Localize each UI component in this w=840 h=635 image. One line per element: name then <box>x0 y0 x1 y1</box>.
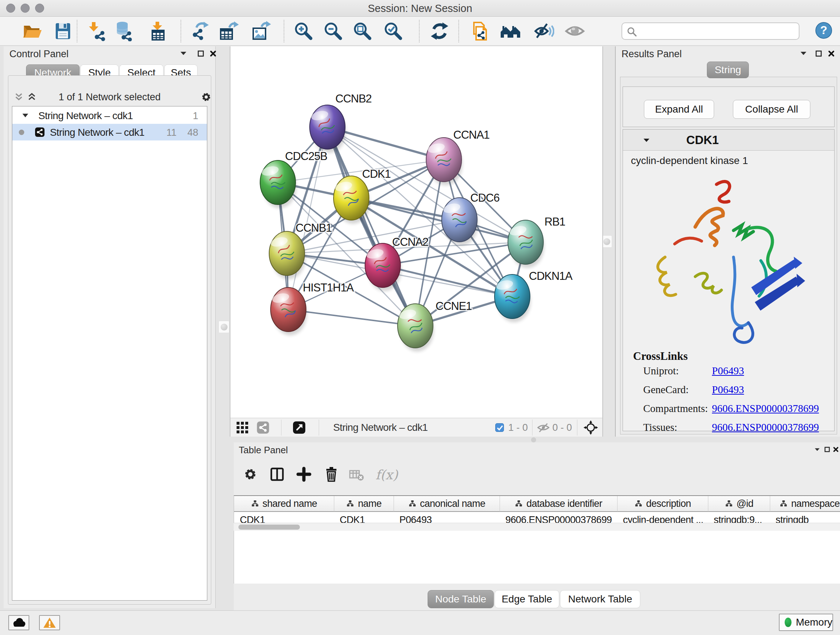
table-horizontal-scrollbar[interactable] <box>234 523 840 531</box>
svg-text:?: ? <box>820 24 827 36</box>
column-header-label: @id <box>737 498 753 509</box>
network-node-cdc6[interactable]: CDC6 <box>442 192 499 245</box>
network-node-ccnb2[interactable]: CCNB2 <box>309 92 371 153</box>
crosslinks-title: CrossLinks <box>633 350 688 363</box>
crosslink-label: Tissues: <box>643 421 677 433</box>
import-table-icon[interactable] <box>148 21 168 41</box>
export-table-icon[interactable] <box>218 21 239 41</box>
tab-edge-table[interactable]: Edge Table <box>494 590 559 608</box>
gene-section-header[interactable]: CDK1 <box>623 130 834 150</box>
column-header-description[interactable]: description <box>617 496 708 512</box>
network-node-hist1h1a[interactable]: HIST1H1A <box>271 281 354 335</box>
tab-network-table[interactable]: Network Table <box>560 590 640 608</box>
column-header-sharedname[interactable]: shared name <box>234 496 334 512</box>
network-node-rb1[interactable]: RB1 <box>508 215 565 268</box>
cloud-icon[interactable] <box>8 615 29 630</box>
crosslink-link[interactable]: P06493 <box>712 384 744 396</box>
column-header-id[interactable]: @id <box>708 496 770 512</box>
column-header-canonicalname[interactable]: canonical name <box>393 496 500 512</box>
open-session-icon[interactable] <box>22 21 42 41</box>
zoom-out-icon[interactable] <box>323 21 343 41</box>
crosslink-link[interactable]: P06493 <box>712 365 744 377</box>
panel-menu-icon[interactable] <box>814 447 821 452</box>
column-header-label: description <box>646 498 691 509</box>
main-toolbar: ? <box>0 17 840 46</box>
crosslink-link[interactable]: 9606.ENSP00000378699 <box>712 402 819 415</box>
network-edge[interactable] <box>288 310 415 326</box>
zoom-fit-icon[interactable] <box>352 21 373 41</box>
scrollbar-thumb[interactable] <box>238 524 300 530</box>
table-panel-header: Table Panel <box>234 442 840 457</box>
show-columns-icon[interactable] <box>269 466 286 484</box>
node-label: CDC6 <box>470 192 499 204</box>
bottom-splitter-handle[interactable] <box>531 437 536 442</box>
detach-view-icon[interactable] <box>293 421 306 434</box>
show-all-icon[interactable] <box>565 21 585 41</box>
node-label: CCNB2 <box>335 92 371 105</box>
memory-status-icon <box>785 618 791 627</box>
panel-close-icon[interactable] <box>828 50 835 57</box>
gene-section: CDK1 cyclin-dependent kinase 1 <box>622 129 835 431</box>
hide-selected-icon[interactable] <box>534 21 554 41</box>
node-label: RB1 <box>545 215 565 228</box>
network-node-ccne1[interactable]: CCNE1 <box>398 300 472 352</box>
string-view-icon[interactable] <box>256 421 270 434</box>
first-neighbors-icon[interactable] <box>500 21 521 41</box>
panel-close-icon[interactable] <box>210 50 217 57</box>
zoom-selected-icon[interactable] <box>383 21 403 41</box>
crosslink-row: Compartments: 9606.ENSP00000378699 <box>643 402 828 417</box>
search-input[interactable] <box>641 25 796 37</box>
table-settings-gear-icon[interactable] <box>242 466 260 484</box>
help-icon[interactable]: ? <box>815 22 832 39</box>
network-view-footer: String Network – cdk1 1 - 0 0 - 0 <box>231 418 602 437</box>
string-app-icon <box>35 127 45 137</box>
add-column-icon[interactable] <box>296 466 313 484</box>
column-header-databaseidentifier[interactable]: database identifier <box>500 496 617 512</box>
crosslink-link[interactable]: 9606.ENSP00000378699 <box>712 421 819 433</box>
import-network-icon[interactable] <box>87 21 107 41</box>
panel-float-icon[interactable] <box>815 50 822 57</box>
birdseye-icon[interactable] <box>584 420 598 435</box>
network-row-selected[interactable]: String Network – cdk1 11 48 <box>12 124 207 141</box>
panel-float-icon[interactable] <box>824 447 830 453</box>
import-database-icon[interactable] <box>114 21 134 41</box>
grid-view-icon[interactable] <box>236 421 248 434</box>
panel-menu-icon[interactable] <box>799 50 807 57</box>
section-collapse-icon[interactable] <box>643 137 651 143</box>
warning-icon[interactable] <box>39 615 60 630</box>
network-node-ccna1[interactable]: CCNA1 <box>426 128 489 185</box>
selected-nodes-checkbox[interactable] <box>495 423 504 432</box>
delete-column-trash-icon[interactable] <box>324 466 341 484</box>
network-options-gear-icon[interactable] <box>200 91 212 103</box>
panel-menu-icon[interactable] <box>180 50 187 57</box>
node-label: CCNE1 <box>436 300 472 312</box>
toolbar-separator <box>284 20 284 42</box>
panel-close-icon[interactable] <box>833 447 839 453</box>
network-collection-row[interactable]: String Network – cdk1 1 <box>12 107 207 124</box>
tree-expander-icon[interactable] <box>22 112 29 119</box>
network-node-cdk1[interactable]: CDK1 <box>333 168 391 224</box>
column-header-namespace[interactable]: namespace <box>770 496 840 512</box>
network-edge[interactable] <box>327 127 415 326</box>
save-session-icon[interactable] <box>53 21 73 41</box>
memory-button[interactable]: Memory <box>779 614 833 631</box>
tab-node-table[interactable]: Node Table <box>428 590 494 608</box>
left-splitter-handle[interactable] <box>218 321 229 333</box>
column-header-name[interactable]: name <box>334 496 393 512</box>
status-bar: Memory <box>0 610 840 635</box>
new-network-from-selection-icon[interactable] <box>470 21 490 41</box>
export-image-icon[interactable] <box>251 21 271 41</box>
network-edge[interactable] <box>383 265 512 296</box>
column-header-label: canonical name <box>420 498 485 509</box>
collapse-all-button[interactable]: Collapse All <box>733 100 810 119</box>
network-node-cdkn1a[interactable]: CDKN1A <box>494 270 573 322</box>
zoom-in-icon[interactable] <box>294 21 314 41</box>
apply-layout-icon[interactable] <box>429 21 450 41</box>
column-header-label: name <box>358 498 381 509</box>
crosslink-label: Uniprot: <box>643 365 679 377</box>
network-canvas[interactable]: CCNB2CCNA1CDC25BCDK1CDC6RB1CCNB1CCNA2CDK… <box>231 46 602 418</box>
export-network-icon[interactable] <box>189 21 210 41</box>
expand-all-button[interactable]: Expand All <box>644 100 714 119</box>
panel-float-icon[interactable] <box>197 50 204 57</box>
tab-string[interactable]: String <box>707 62 749 78</box>
